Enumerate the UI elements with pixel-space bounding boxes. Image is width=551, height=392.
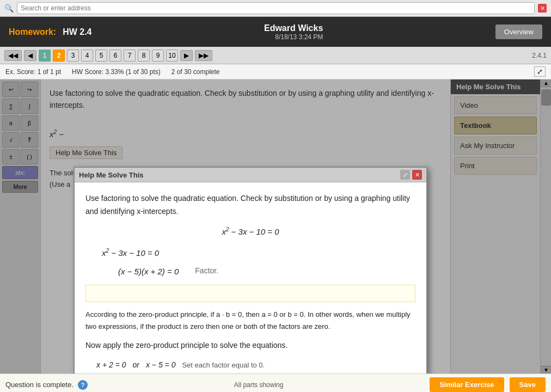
nav-page-3[interactable]: 3 [67,50,79,62]
equations-row: x + 2 = 0 or x − 5 = 0 Set each factor e… [96,359,415,372]
bottom-bar: Question is complete. ? All parts showin… [0,373,551,392]
nav-page-1[interactable]: 1 [39,50,51,62]
dialog-instruction: Use factoring to solve the quadratic equ… [85,192,415,218]
dialog-body: Use factoring to solve the quadratic equ… [75,182,426,373]
factor-step: (x − 5)(x + 2) = 0 Factor. [118,265,415,279]
nav-page-6[interactable]: 6 [109,50,121,62]
factoring-steps: x2 − 3x − 10 = 0 (x − 5)(x + 2) = 0 Fact… [102,246,415,278]
nav-page-9[interactable]: 9 [152,50,164,62]
factored-form: (x − 5)(x + 2) = 0 [118,265,179,279]
factor-label: Factor. [195,265,218,278]
browser-chrome: 🔍 ✕ [0,0,551,17]
eq-right: x − 5 = 0 [146,359,175,372]
address-bar[interactable] [17,2,535,14]
help-solve-dialog: Help Me Solve This ⤢ ✕ Use factoring to … [74,167,427,373]
nav-next-button[interactable]: ▶ [180,50,193,61]
or-label: or [132,359,139,372]
ex-score: Ex. Score: 1 of 1 pt [5,68,61,76]
step1-eq1: x2 − 3x − 10 = 0 [102,246,415,260]
eq-note: Set each factor equal to 0. [182,359,265,371]
similar-exercise-button[interactable]: Similar Exercise [430,377,504,392]
nav-page-8[interactable]: 8 [138,50,150,62]
date-time: 8/18/13 3:24 PM [275,33,323,41]
dialog-main-equation: x2 − 3x − 10 = 0 [85,225,415,239]
all-parts-label: All parts showing [234,381,284,389]
hw-score: HW Score: 3.33% (1 of 30 pts) [72,68,161,76]
bottom-help-button[interactable]: ? [78,380,88,390]
eq-left: x + 2 = 0 [96,359,126,372]
homework-label: Homework: [9,27,56,37]
score-bar: Ex. Score: 1 of 1 pt HW Score: 3.33% (1 … [0,64,551,79]
bottom-actions: Similar Exercise Save [430,377,546,392]
overview-button[interactable]: Overview [495,24,542,39]
header-left: Homework: HW 2.4 [9,27,91,37]
nav-bar: ◀◀ ◀ 1 2 3 4 5 6 7 8 9 10 ▶ ▶▶ 2.4.1 [0,47,551,64]
nav-end-button[interactable]: ▶▶ [195,50,212,61]
nav-page-2[interactable]: 2 [53,50,65,62]
hw-number: HW 2.4 [63,27,91,37]
bottom-center: All parts showing [234,381,284,389]
browser-icon: 🔍 [4,4,14,13]
dialog-controls: ⤢ ✕ [400,170,422,180]
main-eq-text: x2 − 3x − 10 = 0 [222,227,279,236]
nav-back-button[interactable]: ◀◀ [4,50,22,61]
dialog-title: Help Me Solve This [79,171,143,179]
app-header: Homework: HW 2.4 Edward Wicks 8/18/13 3:… [0,17,551,47]
apply-text: Now apply the zero-product principle to … [85,339,415,352]
user-name: Edward Wicks [264,23,323,33]
dialog-expand-button[interactable]: ⤢ [400,170,410,180]
header-center: Edward Wicks 8/18/13 3:24 PM [264,23,323,41]
nav-page-4[interactable]: 4 [81,50,93,62]
dialog-close-button[interactable]: ✕ [412,170,422,180]
zero-product-text: According to the zero-product principle,… [85,309,415,333]
nav-page-5[interactable]: 5 [95,50,107,62]
bottom-status: Question is complete. [5,381,74,389]
nav-section: 2.4.1 [532,52,547,59]
expand-button[interactable]: ⤢ [534,66,546,77]
nav-page-7[interactable]: 7 [124,50,136,62]
save-button[interactable]: Save [510,377,546,392]
main-area: ↩ ↪ ∑ ∫ α β √ ∛ ± ( ) abc More [0,79,551,373]
app-container: Homework: HW 2.4 Edward Wicks 8/18/13 3:… [0,17,551,392]
nav-prev-button[interactable]: ◀ [24,50,36,61]
browser-close-button[interactable]: ✕ [538,4,547,13]
dialog-titlebar: Help Me Solve This ⤢ ✕ [75,168,426,182]
complete-count: 2 of 30 complete [172,68,220,76]
factor-highlight [85,285,415,302]
bottom-left: Question is complete. ? [5,380,88,390]
nav-page-10[interactable]: 10 [166,50,178,62]
